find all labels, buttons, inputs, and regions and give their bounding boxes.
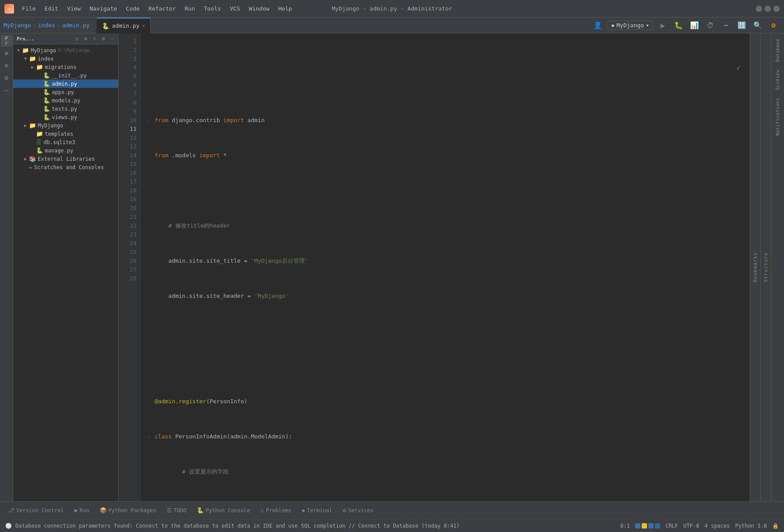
python-file-icon: 🐍 [102,22,109,29]
more-actions-button[interactable]: ⋯ [720,19,732,32]
collapse-icon[interactable]: ↑ [90,34,99,43]
python-console-tab[interactable]: 🐍 Python Console [192,505,254,515]
indent[interactable]: 4 spaces [705,523,730,529]
structure-sidebar: Structure [760,33,771,501]
tree-arrow: ▶ [22,123,29,128]
todo-tab[interactable]: ☰ TODO [162,505,191,515]
line-num-22: 22 [122,221,137,230]
structure-expand-button[interactable]: ⊕ [1,47,12,59]
python-icon: 🐍 [36,147,43,154]
code-editor[interactable]: 1 2 3 4 5 6 7 8 9 10 11 12 13 14 15 16 1 [119,33,750,501]
user-icon-button[interactable]: 👤 [592,19,604,32]
close-button[interactable]: × [773,6,780,12]
gear-icon[interactable]: ⚙ [99,34,108,43]
tree-item-models-py[interactable]: 🐍 models.py [13,96,118,105]
tree-label: admin.py [52,81,77,87]
run-button[interactable]: ▶ [657,19,669,32]
close-panel-button[interactable]: — [1,84,12,96]
line-num-21: 21 [122,213,137,221]
tree-label: __init__.py [52,72,87,79]
problems-tab[interactable]: ⚠ Problems [256,505,296,515]
code-line-5: admin.site.site_title = 'MyDjango后台管理' [148,257,750,265]
menu-refactor[interactable]: Refactor [145,4,180,13]
services-tab[interactable]: ⚙ Services [339,505,378,515]
bottom-toolbar: ⎇ Version Control ▶ Run 📦 Python Package… [0,501,784,519]
line-num-2: 2 [122,46,137,54]
menu-navigate[interactable]: Navigate [86,4,121,13]
filter-icon[interactable]: ≡ [81,34,90,43]
minimize-button[interactable]: ─ [756,6,762,12]
tree-item-index[interactable]: ▼ 📁 index [13,54,118,63]
breadcrumb-project[interactable]: MyDjango [4,22,31,29]
run-label: Run [79,507,89,514]
project-tab-button[interactable]: Pr [1,35,12,47]
tree-item-init-py[interactable]: 🐍 __init__.py [13,71,118,80]
header-right: 👤 ▪ MyDjango ▾ ▶ 🐛 📊 ⏱ ⋯ 🔠 🔍 ⚙ [592,19,784,32]
tree-item-admin-py[interactable]: 🐍 admin.py [13,80,118,88]
tree-item-db-sqlite3[interactable]: 🗄 db.sqlite3 [13,138,118,146]
search-button[interactable]: 🔍 [751,19,764,32]
debug-button[interactable]: 🐛 [672,19,685,32]
run-tab[interactable]: ▶ Run [70,505,94,515]
sciview-panel-button[interactable]: SciView [773,66,782,94]
tree-item-views-py[interactable]: 🐍 views.py [13,113,118,121]
notifications-panel-button[interactable]: Notifications [773,94,782,139]
menu-file[interactable]: File [18,4,39,13]
cursor-position[interactable]: 8:1 [620,523,630,529]
editor-area[interactable]: 1 2 3 4 5 6 7 8 9 10 11 12 13 14 15 16 1 [119,33,750,501]
breadcrumb-file[interactable]: admin.py [62,22,90,29]
menu-vcs[interactable]: VCS [226,4,243,13]
coverage-button[interactable]: 📊 [688,19,701,32]
tree-item-migrations[interactable]: ▶ 📁 migrations [13,63,118,71]
layout-button[interactable]: ≡ [1,60,12,71]
profile-button[interactable]: ⏱ [704,19,716,32]
tree-item-mydjangoroot[interactable]: ▼ 📁 MyDjango D:\MyDjango [13,46,118,54]
tree-item-tests-py[interactable]: 🐍 tests.py [13,105,118,113]
tab-close-button[interactable]: × [142,23,145,29]
tree-item-mydjango2[interactable]: ▶ 📁 MyDjango [13,121,118,130]
menu-run[interactable]: Run [181,4,199,13]
main-area: Pr ⊕ ≡ ⚙ — Pro... ↻ ≡ ↑ ⚙ — ▼ 📁 MyDjango… [0,33,784,501]
code-content[interactable]: ✓ ◌ from django.contrib import admin fro… [141,33,750,501]
translate-icon[interactable]: 🔠 [736,19,748,32]
close-panel-icon[interactable]: — [108,34,116,43]
project-panel: Pro... ↻ ≡ ↑ ⚙ — ▼ 📁 MyDjango D:\MyDjang… [13,33,119,501]
menu-edit[interactable]: Edit [41,4,61,13]
settings-panel-button[interactable]: ⚙ [1,72,12,83]
folder-icon: 📁 [29,122,36,129]
tree-item-templates[interactable]: 📁 templates [13,130,118,138]
python-packages-tab[interactable]: 📦 Python Packages [95,505,160,515]
maximize-button[interactable]: □ [765,6,771,12]
status-bar: ⚪ Database connection parameters found: … [0,519,784,532]
menu-tools[interactable]: Tools [200,4,224,13]
python-version[interactable]: Python 3.8 [735,523,767,529]
tree-item-apps-py[interactable]: 🐍 apps.py [13,88,118,96]
python-icon: 🐍 [43,89,50,95]
terminal-tab[interactable]: ▪ Terminal [297,505,337,515]
editor-tab-admin-py[interactable]: 🐍 admin.py × [97,18,151,33]
encoding[interactable]: UTF-8 [683,523,699,529]
services-icon: ⚙ [343,507,347,514]
breadcrumb-folder[interactable]: index [38,22,55,29]
python-color-dot2 [642,523,647,528]
menu-view[interactable]: View [64,4,84,13]
version-control-tab[interactable]: ⎇ Version Control [4,505,68,515]
tree-item-manage-py[interactable]: 🐍 manage.py [13,146,118,155]
folder-icon: 📁 [36,64,43,70]
vc-label: Version Control [16,507,64,514]
python-icon: 🐍 [43,105,50,112]
settings-button[interactable]: ⚙ [767,19,780,32]
run-config-icon: ▪ [611,22,615,29]
database-panel-button[interactable]: Database [773,35,782,65]
tree-item-external-libraries[interactable]: ▶ 📚 External Libraries [13,155,118,163]
line-separator[interactable]: CRLF [665,523,678,529]
line-num-8: 8 [122,98,137,107]
tree-item-scratches[interactable]: ✏ Scratches and Consoles [13,163,118,171]
sync-icon[interactable]: ↻ [72,34,81,43]
run-config-selector[interactable]: ▪ MyDjango ▾ [607,21,653,30]
project-tree: ▼ 📁 MyDjango D:\MyDjango ▼ 📁 index ▶ 📁 m… [13,44,118,501]
menu-help[interactable]: Help [275,4,296,13]
line-num-18: 18 [122,186,137,195]
menu-window[interactable]: Window [246,4,273,13]
menu-code[interactable]: Code [123,4,143,13]
